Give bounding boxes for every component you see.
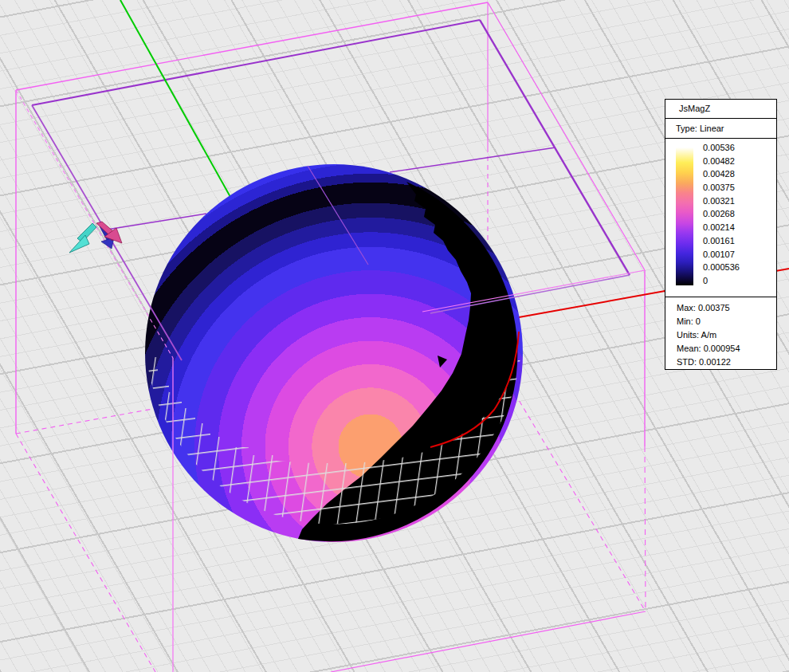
scale-label: 0.00321 [703,197,740,206]
y-axis-line [120,0,237,210]
scale-label: 0 [703,277,740,285]
stat-std: STD: 0.00122 [677,356,776,369]
box-edge-bottom-front-right [331,611,646,672]
box-edge-bottom-front-left [16,434,155,672]
box-edge-vertical-right-lower [645,446,646,611]
scale-label: 0.00375 [703,183,740,192]
scale-label: 0.00214 [703,223,740,232]
color-key-stats: Max: 0.00375 Min: 0 Units: A/m Mean: 0.0… [665,297,776,369]
field-sphere[interactable] [145,164,523,542]
scale-label: 0.00268 [703,210,740,218]
viewport-3d[interactable]: JsMagZ Type: Linear 0.00536 0.00482 0.00… [0,0,789,672]
scale-label: 0.00536 [703,143,740,152]
scale-label: 0.00428 [703,170,740,179]
stat-mean: Mean: 0.000954 [677,342,776,356]
stat-units: Units: A/m [677,328,776,342]
box-edge-top-left [16,2,488,90]
stat-min: Min: 0 [677,315,776,328]
sheet-inner-edge-right [390,147,555,172]
scale-label: 0.00161 [703,237,740,246]
color-key[interactable]: JsMagZ Type: Linear 0.00536 0.00482 0.00… [665,99,777,370]
stat-max: Max: 0.00375 [677,301,776,315]
color-key-bar-section: 0.00536 0.00482 0.00428 0.00375 0.00321 … [665,139,776,297]
color-scale-bar [676,147,693,285]
scale-label: 0.00482 [703,157,740,166]
scale-label: 0.000536 [703,263,740,272]
color-key-title: JsMagZ [665,100,776,119]
sheet-inner-edge-left [102,214,206,230]
color-scale-labels: 0.00536 0.00482 0.00428 0.00375 0.00321 … [703,143,740,285]
box-edge-top-right [488,2,645,270]
sheet-edge-top-left [32,20,480,105]
scale-label: 0.00107 [703,250,740,259]
orientation-triad [69,222,122,253]
color-key-scale-type: Type: Linear [665,119,776,139]
